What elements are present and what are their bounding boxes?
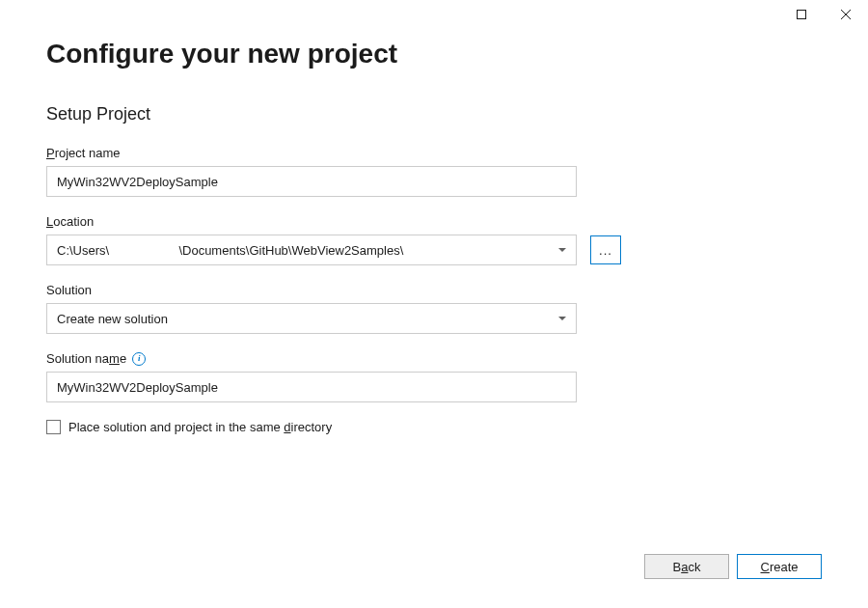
location-row: C:\Users\ \Documents\GitHub\WebView2Samp…: [46, 235, 822, 265]
create-button[interactable]: Create: [737, 554, 822, 579]
page-title: Configure your new project: [46, 39, 822, 69]
same-directory-row[interactable]: Place solution and project in the same d…: [46, 420, 822, 434]
project-name-label: Project name: [46, 146, 822, 160]
location-field: Location C:\Users\ \Documents\GitHub\Web…: [46, 214, 822, 265]
location-label: Location: [46, 214, 822, 229]
solution-field: Solution Create new solution: [46, 283, 822, 334]
window-controls: [779, 0, 868, 29]
same-directory-checkbox[interactable]: [46, 420, 61, 434]
chevron-down-icon: [558, 317, 566, 320]
svg-rect-0: [798, 11, 806, 19]
page-subtitle: Setup Project: [46, 104, 822, 124]
maximize-button[interactable]: [779, 0, 824, 29]
location-value: C:\Users\ \Documents\GitHub\WebView2Samp…: [57, 243, 403, 258]
chevron-down-icon: [558, 248, 566, 252]
info-icon[interactable]: i: [132, 352, 146, 366]
browse-button[interactable]: ...: [590, 235, 621, 264]
solution-name-input[interactable]: [46, 372, 577, 402]
solution-name-field: Solution name i: [46, 351, 822, 402]
solution-value: Create new solution: [57, 312, 168, 326]
solution-label: Solution: [46, 283, 822, 297]
close-icon: [841, 10, 851, 19]
location-combo[interactable]: C:\Users\ \Documents\GitHub\WebView2Samp…: [46, 235, 577, 265]
dialog-content: Configure your new project Setup Project…: [0, 0, 868, 434]
solution-name-label: Solution name i: [46, 351, 822, 366]
solution-combo[interactable]: Create new solution: [46, 303, 577, 334]
close-button[interactable]: [824, 0, 868, 29]
dialog-footer: Back Create: [644, 554, 822, 579]
project-name-input[interactable]: [46, 166, 577, 197]
same-directory-label: Place solution and project in the same d…: [68, 420, 332, 434]
maximize-icon: [797, 10, 806, 19]
project-name-field: Project name: [46, 146, 822, 197]
back-button[interactable]: Back: [644, 554, 729, 579]
